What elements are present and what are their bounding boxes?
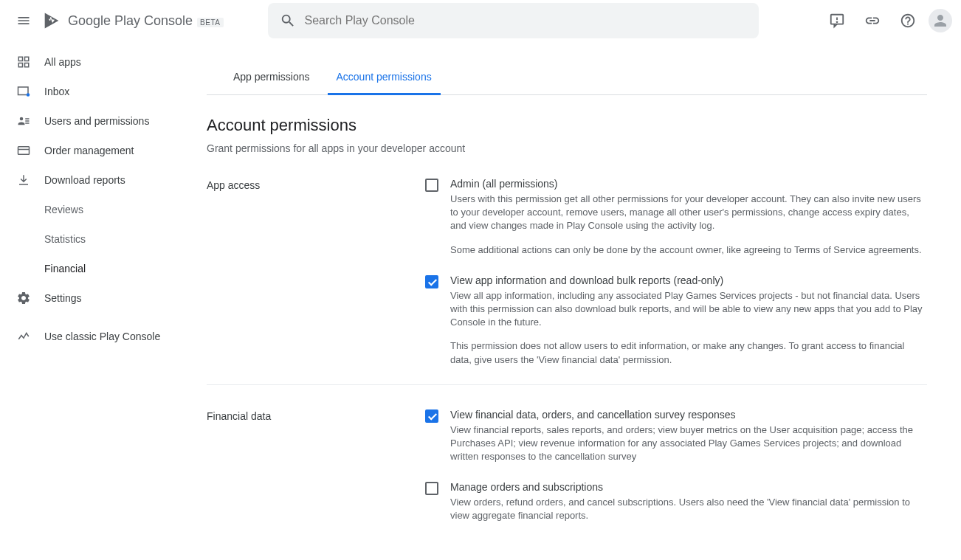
sidebar-item-label: Inbox — [44, 86, 69, 97]
tabs: App permissions Account permissions — [207, 71, 927, 95]
sidebar-item-all-apps[interactable]: All apps — [0, 47, 207, 77]
svg-point-2 — [837, 21, 838, 22]
sidebar-item-label: Order management — [44, 145, 134, 156]
tab-account-permissions[interactable]: Account permissions — [328, 71, 441, 95]
checkbox-manage-orders[interactable] — [425, 482, 438, 495]
play-logo-icon — [41, 10, 62, 31]
account-avatar[interactable] — [929, 9, 952, 32]
svg-rect-3 — [18, 57, 22, 61]
sidebar-item-settings[interactable]: Settings — [0, 283, 207, 313]
sidebar-item-label: Reviews — [44, 204, 83, 215]
svg-rect-6 — [25, 63, 29, 67]
users-icon — [15, 112, 32, 130]
svg-rect-4 — [25, 57, 29, 61]
permission-view-financial: View financial data, orders, and cancell… — [425, 409, 927, 464]
search-input[interactable] — [305, 14, 747, 27]
permission-title: Manage orders and subscriptions — [450, 481, 927, 493]
checkbox-admin[interactable] — [425, 179, 438, 192]
svg-point-8 — [27, 93, 30, 97]
svg-rect-7 — [18, 87, 29, 95]
sidebar-item-label: Download reports — [44, 174, 125, 186]
sidebar-item-users[interactable]: Users and permissions — [0, 106, 207, 136]
permission-manage-orders: Manage orders and subscriptions View ord… — [425, 481, 927, 522]
help-button[interactable] — [893, 6, 923, 35]
hamburger-icon — [16, 13, 31, 28]
page-subtitle: Grant permissions for all apps in your d… — [207, 142, 927, 154]
svg-rect-5 — [18, 63, 22, 67]
sidebar-item-downloads[interactable]: Download reports — [0, 165, 207, 195]
permission-title: View financial data, orders, and cancell… — [450, 409, 927, 421]
permission-description: Users with this permission get all other… — [450, 193, 927, 257]
svg-point-9 — [20, 117, 24, 121]
sidebar: All apps Inbox Users and permissions Ord… — [0, 41, 207, 559]
permission-description: View financial reports, sales reports, a… — [450, 424, 927, 464]
sidebar-item-label: Statistics — [44, 233, 86, 245]
sidebar-item-reviews[interactable]: Reviews — [0, 195, 207, 224]
tab-app-permissions[interactable]: App permissions — [224, 71, 319, 94]
logo[interactable]: Google Play Console BETA — [41, 10, 224, 31]
svg-rect-13 — [18, 147, 30, 155]
menu-button[interactable] — [9, 6, 38, 35]
download-icon — [15, 171, 32, 189]
main-content: App permissions Account permissions Acco… — [207, 41, 945, 559]
sidebar-item-classic[interactable]: Use classic Play Console — [0, 322, 207, 351]
sidebar-item-label: Financial — [44, 263, 86, 274]
gear-icon — [15, 289, 32, 307]
checkbox-view-financial[interactable] — [425, 409, 438, 423]
chart-icon — [15, 328, 32, 345]
announcement-button[interactable] — [822, 6, 852, 35]
sidebar-item-financial[interactable]: Financial — [0, 254, 207, 283]
help-icon — [900, 13, 916, 29]
apps-icon — [15, 53, 32, 71]
announcement-icon — [829, 13, 845, 29]
app-header: Google Play Console BETA — [0, 0, 961, 41]
permission-admin: Admin (all permissions) Users with this … — [425, 178, 927, 257]
permission-description: View all app information, including any … — [450, 289, 927, 367]
permission-view-app-info: View app information and download bulk r… — [425, 274, 927, 367]
search-icon — [280, 13, 296, 29]
permission-description: View orders, refund orders, and cancel s… — [450, 496, 927, 522]
link-icon — [864, 13, 881, 29]
section-financial-data: Financial data View financial data, orde… — [207, 403, 927, 541]
section-app-access: App access Admin (all permissions) Users… — [207, 172, 927, 385]
sidebar-item-statistics[interactable]: Statistics — [0, 224, 207, 254]
section-label: App access — [207, 178, 425, 367]
sidebar-item-label: Settings — [44, 292, 82, 304]
checkbox-view-app-info[interactable] — [425, 275, 438, 288]
permission-title: Admin (all permissions) — [450, 178, 927, 190]
sidebar-item-orders[interactable]: Order management — [0, 136, 207, 165]
page-title: Account permissions — [207, 116, 927, 135]
person-icon — [931, 12, 949, 30]
beta-badge: BETA — [197, 18, 223, 27]
sidebar-item-label: All apps — [44, 56, 81, 68]
card-icon — [15, 142, 32, 159]
link-button[interactable] — [858, 6, 887, 35]
logo-text: Google Play Console — [68, 13, 193, 29]
header-actions — [822, 6, 952, 35]
section-label: Financial data — [207, 409, 425, 523]
sidebar-item-label: Use classic Play Console — [44, 331, 160, 342]
search-bar[interactable] — [268, 3, 759, 38]
permission-title: View app information and download bulk r… — [450, 274, 927, 286]
inbox-icon — [15, 83, 32, 100]
sidebar-item-label: Users and permissions — [44, 115, 149, 127]
sidebar-item-inbox[interactable]: Inbox — [0, 77, 207, 106]
